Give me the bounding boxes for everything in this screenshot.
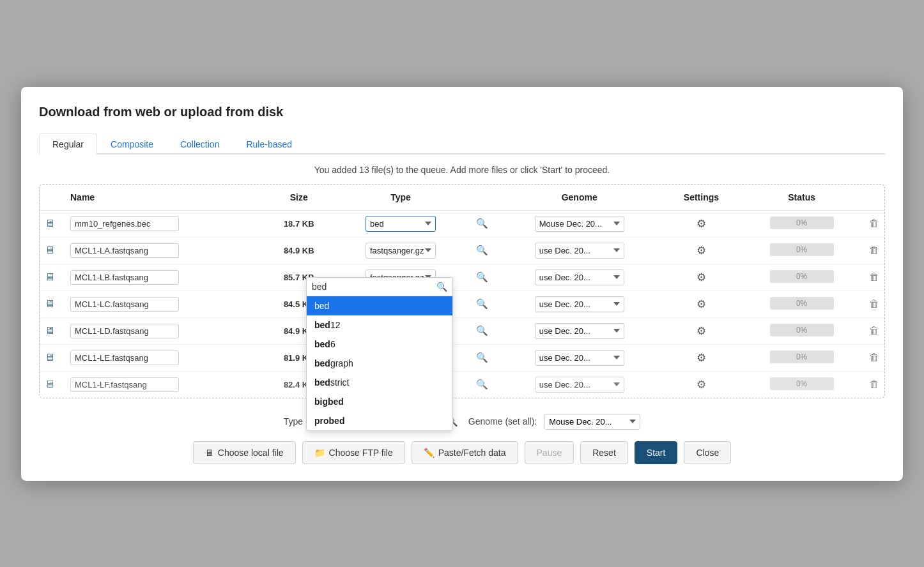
choose-local-file-button[interactable]: 🖥 Choose local file [193,441,296,464]
type-dropdown: 🔍 bedbed12bed6bedgraphbedstrictbigbedpro… [306,277,453,431]
dropdown-option[interactable]: probed [307,411,452,430]
type-select[interactable]: bed [366,216,436,232]
dropdown-option[interactable]: bed12 [307,315,452,335]
close-label: Close [696,448,719,458]
col-name: Name [65,185,265,211]
genome-select[interactable]: use Dec. 20... [535,377,624,393]
start-button[interactable]: Start [635,441,678,464]
type-search-button[interactable]: 🔍 [474,270,491,284]
tab-collection[interactable]: Collection [167,133,233,155]
paste-icon: ✏️ [424,448,435,458]
status-bar: 0% [770,297,834,310]
paste-fetch-label: Paste/Fetch data [438,448,506,458]
file-name-input[interactable] [70,377,179,392]
choose-ftp-label: Choose FTP file [329,448,393,458]
genome-select[interactable]: Mouse Dec. 20... [535,216,624,232]
status-bar-label: 0% [770,297,834,310]
reset-label: Reset [592,448,616,458]
dropdown-search-icon: 🔍 [436,282,447,292]
set-all-bar: Type (set all): fastqsanger.gz 🔍 Genome … [39,409,885,432]
choose-ftp-file-button[interactable]: 📁 Choose FTP file [302,441,405,464]
type-search-button[interactable]: 🔍 [474,243,491,257]
file-name-input[interactable] [70,270,179,285]
delete-row-icon[interactable]: 🗑 [869,271,879,282]
settings-gear-icon[interactable]: ⚙ [697,271,706,284]
status-bar: 0% [770,216,834,229]
genome-set-all-label: Genome (set all): [468,416,537,427]
monitor-icon: 🖥 [45,245,55,256]
settings-gear-icon[interactable]: ⚙ [697,298,706,310]
type-search-button[interactable]: 🔍 [474,324,491,338]
genome-select[interactable]: use Dec. 20... [535,296,624,312]
dropdown-search-row: 🔍 [307,278,452,296]
file-size: 84.9 KB [265,237,333,264]
settings-gear-icon[interactable]: ⚙ [697,245,706,257]
start-label: Start [647,448,666,458]
col-size: Size [265,185,333,211]
monitor-icon: 🖥 [205,448,214,458]
file-name-input[interactable] [70,243,179,258]
close-button[interactable]: Close [684,441,731,464]
settings-gear-icon[interactable]: ⚙ [697,218,706,230]
file-name-input[interactable] [70,297,179,312]
info-message: You added 13 file(s) to the queue. Add m… [39,165,885,175]
dropdown-option[interactable]: bed [307,296,452,315]
dropdown-option[interactable]: bigbed [307,392,452,411]
type-search-button[interactable]: 🔍 [474,216,491,231]
col-status: Status [739,185,864,211]
settings-gear-icon[interactable]: ⚙ [697,352,706,364]
type-search-button[interactable]: 🔍 [474,377,491,391]
dropdown-option[interactable]: bed6 [307,335,452,354]
status-bar-label: 0% [770,324,834,336]
tab-regular[interactable]: Regular [39,133,97,155]
paste-fetch-button[interactable]: ✏️ Paste/Fetch data [412,441,518,464]
col-type: Type [333,185,468,211]
delete-row-icon[interactable]: 🗑 [869,325,879,336]
type-search-button[interactable]: 🔍 [474,297,491,311]
status-bar-label: 0% [770,377,834,390]
status-bar: 0% [770,351,834,363]
delete-row-icon[interactable]: 🗑 [869,379,879,389]
pause-button[interactable]: Pause [525,441,574,464]
file-table: Name Size Type Genome Settings Status 🖥1… [40,185,884,398]
delete-row-icon[interactable]: 🗑 [869,352,879,363]
genome-select[interactable]: use Dec. 20... [535,269,624,285]
pause-label: Pause [537,448,562,458]
status-bar: 0% [770,270,834,283]
monitor-icon: 🖥 [45,325,55,336]
status-bar-label: 0% [770,351,834,363]
col-settings: Settings [663,185,740,211]
genome-select[interactable]: use Dec. 20... [535,350,624,366]
dropdown-option[interactable]: bedgraph [307,354,452,373]
dropdown-option[interactable]: bedstrict [307,373,452,392]
settings-gear-icon[interactable]: ⚙ [697,325,706,337]
file-name-input[interactable] [70,351,179,365]
ftp-icon: 📁 [314,448,325,458]
status-bar: 0% [770,377,834,390]
choose-local-label: Choose local file [218,448,284,458]
dropdown-items-list: bedbed12bed6bedgraphbedstrictbigbedprobe… [307,296,452,430]
dropdown-search-input[interactable] [312,282,436,292]
upload-modal: Download from web or upload from disk Re… [21,87,903,481]
type-select[interactable]: fastqsanger.gz [366,243,436,259]
file-name-input[interactable] [70,324,179,338]
monitor-icon: 🖥 [45,352,55,363]
status-bar-label: 0% [770,243,834,256]
status-bar-label: 0% [770,216,834,229]
status-bar: 0% [770,243,834,256]
reset-button[interactable]: Reset [580,441,628,464]
tab-rule-based[interactable]: Rule-based [233,133,305,155]
type-search-button[interactable]: 🔍 [474,351,491,365]
settings-gear-icon[interactable]: ⚙ [697,379,706,391]
delete-row-icon[interactable]: 🗑 [869,298,879,309]
monitor-icon: 🖥 [45,298,55,310]
file-name-input[interactable] [70,216,179,231]
genome-select[interactable]: use Dec. 20... [535,243,624,259]
genome-set-all-select[interactable]: Mouse Dec. 20... [544,414,640,430]
genome-select[interactable]: use Dec. 20... [535,323,624,339]
monitor-icon: 🖥 [45,379,55,390]
monitor-icon: 🖥 [45,218,55,229]
delete-row-icon[interactable]: 🗑 [869,218,879,229]
tab-composite[interactable]: Composite [97,133,167,155]
delete-row-icon[interactable]: 🗑 [869,245,879,255]
